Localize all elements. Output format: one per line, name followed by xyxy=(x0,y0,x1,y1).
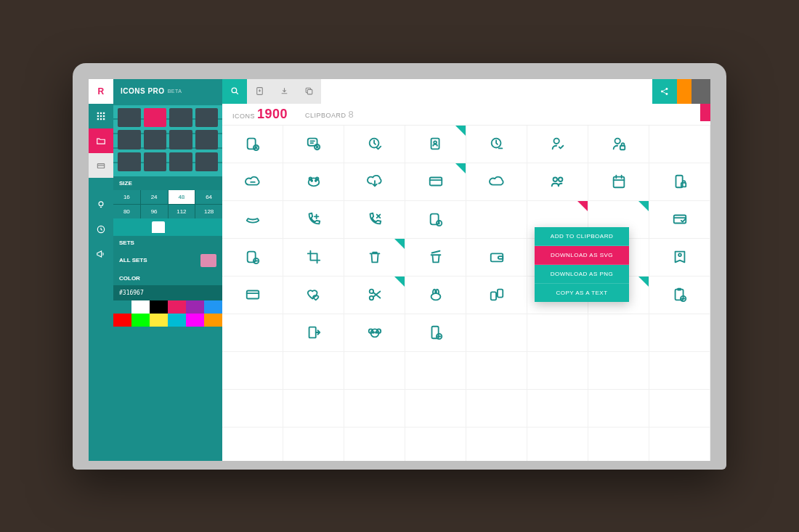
rail-bulb-icon[interactable] xyxy=(89,192,113,217)
rail-drive-icon[interactable] xyxy=(89,153,113,178)
icon-cell-monkey[interactable] xyxy=(344,314,405,352)
icon-cell-phone-lock[interactable] xyxy=(649,163,710,201)
icon-cell-card-chip[interactable] xyxy=(405,163,466,201)
icon-cell-blank[interactable] xyxy=(344,352,405,390)
icon-cell-blank[interactable] xyxy=(649,390,710,427)
icon-cell-clock-minus[interactable] xyxy=(466,126,527,163)
icon-cell-trash[interactable] xyxy=(344,239,405,277)
icon-cell-blank[interactable] xyxy=(283,352,344,390)
swatch-7[interactable] xyxy=(131,314,150,327)
icon-cell-cloud[interactable] xyxy=(466,163,527,201)
swatch-0[interactable] xyxy=(113,300,131,314)
menu-item-2[interactable]: DOWNLOAD AS PNG xyxy=(535,265,629,284)
menu-item-0[interactable]: ADD TO CLIPBOARD xyxy=(535,227,629,246)
swatch-4[interactable] xyxy=(186,300,204,314)
icon-cell-phone-down[interactable] xyxy=(222,201,283,239)
icon-cell-phone-minus[interactable] xyxy=(405,314,466,352)
icon-cell-blank[interactable] xyxy=(222,314,283,352)
icon-cell-phone-plus[interactable] xyxy=(283,201,344,239)
icon-cell-card-check[interactable] xyxy=(649,201,710,239)
icon-cell-book-user[interactable] xyxy=(649,239,710,277)
icon-cell-blank[interactable] xyxy=(588,352,649,390)
size-48[interactable]: 48 xyxy=(169,190,195,204)
icon-cell-hearts[interactable] xyxy=(283,277,344,314)
icon-cell-clipboard-minus[interactable] xyxy=(649,277,710,314)
avatar[interactable] xyxy=(691,79,710,104)
icon-cell-user-lock[interactable] xyxy=(588,126,649,163)
icon-cell-box-group[interactable] xyxy=(466,277,527,314)
icon-cell-door-exit[interactable] xyxy=(283,314,344,352)
icon-cell-card-chip[interactable] xyxy=(222,277,283,314)
size-16[interactable]: 16 xyxy=(113,190,140,204)
icon-cell-blank[interactable] xyxy=(649,427,710,461)
icon-cell-blank[interactable] xyxy=(466,314,527,352)
size-24[interactable]: 24 xyxy=(141,190,168,204)
icon-cell-blank[interactable] xyxy=(344,390,405,427)
swatch-6[interactable] xyxy=(113,314,131,327)
rail-grid-icon[interactable] xyxy=(89,104,113,128)
swatch-5[interactable] xyxy=(204,300,222,314)
icon-cell-blank[interactable] xyxy=(527,427,588,461)
menu-item-3[interactable]: COPY AS A TEXT xyxy=(535,284,629,302)
icon-cell-blank[interactable] xyxy=(649,352,710,390)
icon-cell-blank[interactable] xyxy=(344,427,405,461)
swatch-1[interactable] xyxy=(131,300,150,314)
search-button[interactable] xyxy=(222,79,247,104)
swatch-3[interactable] xyxy=(168,300,186,314)
icon-cell-cloud-minus[interactable] xyxy=(222,163,283,201)
rail-clock-icon[interactable] xyxy=(89,217,113,242)
icon-cell-users[interactable] xyxy=(527,163,588,201)
icon-cell-hippo[interactable] xyxy=(283,163,344,201)
icon-cell-comment-delete[interactable] xyxy=(283,126,344,163)
share-button[interactable] xyxy=(652,79,677,104)
rail-folder-icon[interactable] xyxy=(89,128,113,153)
icon-cell-blank[interactable] xyxy=(283,390,344,427)
download-button[interactable] xyxy=(272,79,296,104)
icon-cell-blank[interactable] xyxy=(405,390,466,427)
icon-cell-clipboard-user[interactable] xyxy=(405,126,466,163)
icon-cell-wallet[interactable] xyxy=(466,239,527,277)
copy-button[interactable] xyxy=(296,79,321,104)
icon-cell-user-check[interactable] xyxy=(527,126,588,163)
size-96[interactable]: 96 xyxy=(141,205,168,218)
icon-cell-blank[interactable] xyxy=(527,352,588,390)
swatch-11[interactable] xyxy=(204,314,222,327)
menu-item-1[interactable]: DOWNLOAD AS SVG xyxy=(535,246,629,265)
icon-cell-cloud-down[interactable] xyxy=(344,163,405,201)
swatch-9[interactable] xyxy=(168,314,186,327)
icon-cell-blank[interactable] xyxy=(466,427,527,461)
icon-cell-blank[interactable] xyxy=(222,352,283,390)
icon-cell-blank[interactable] xyxy=(283,427,344,461)
icon-cell-blank[interactable] xyxy=(466,201,527,239)
icon-cell-blank[interactable] xyxy=(466,390,527,427)
icon-cell-clock-check[interactable] xyxy=(344,126,405,163)
icon-cell-blank[interactable] xyxy=(588,390,649,427)
icon-cell-blank[interactable] xyxy=(649,314,710,352)
icon-cell-phone-close[interactable] xyxy=(344,201,405,239)
icon-cell-blank[interactable] xyxy=(222,390,283,427)
icon-cell-box-info[interactable] xyxy=(405,201,466,239)
icon-cell-blank[interactable] xyxy=(527,390,588,427)
icon-cell-crop[interactable] xyxy=(283,239,344,277)
icon-cell-blank[interactable] xyxy=(405,427,466,461)
notification-strip[interactable] xyxy=(677,79,691,104)
icon-cell-trash-open[interactable] xyxy=(405,239,466,277)
icon-cell-blank[interactable] xyxy=(222,427,283,461)
icon-cell-box-minus[interactable] xyxy=(222,239,283,277)
icon-cell-calendar[interactable] xyxy=(588,163,649,201)
swatch-8[interactable] xyxy=(150,314,168,327)
size-112[interactable]: 112 xyxy=(169,205,195,218)
swatch-10[interactable] xyxy=(186,314,204,327)
color-hex-input[interactable]: #316967 xyxy=(113,285,222,300)
rail-megaphone-icon[interactable] xyxy=(89,242,113,266)
icon-cell-blank[interactable] xyxy=(405,352,466,390)
add-file-button[interactable] xyxy=(247,79,272,104)
icon-cell-blank[interactable] xyxy=(649,126,710,163)
size-64[interactable]: 64 xyxy=(195,190,222,204)
icon-cell-rabbit[interactable] xyxy=(405,277,466,314)
icon-cell-blank[interactable] xyxy=(588,314,649,352)
size-128[interactable]: 128 xyxy=(195,205,222,218)
clipboard-tab[interactable] xyxy=(700,104,710,121)
size-slider[interactable] xyxy=(113,218,222,236)
icon-cell-box-close[interactable] xyxy=(222,126,283,163)
